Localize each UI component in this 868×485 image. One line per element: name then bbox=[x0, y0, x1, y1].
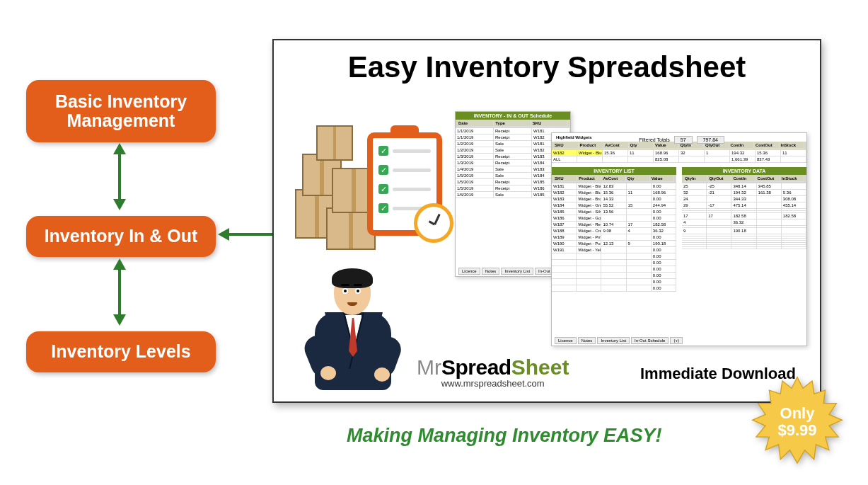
tagline: Making Managing Inventory EASY! bbox=[347, 425, 662, 447]
filtered-totals: Filtered Totals 57 797.84 bbox=[639, 136, 724, 144]
pill-inventory-levels[interactable]: Inventory Levels bbox=[26, 331, 216, 372]
mascot-icon bbox=[295, 267, 408, 394]
sheet-tab[interactable]: (+) bbox=[670, 337, 683, 344]
product-panel: Easy Inventory Spreadsheet ✓ ✓ ✓ ✓ INVEN… bbox=[272, 39, 821, 403]
inventory-data-title: INVENTORY DATA bbox=[682, 167, 806, 175]
sheet-tab[interactable]: Notes bbox=[482, 268, 500, 275]
arrow-vertical-1-icon bbox=[113, 143, 126, 210]
sheet-tab[interactable]: Notes bbox=[578, 337, 596, 344]
price-text: Only $9.99 bbox=[751, 375, 844, 469]
company-label: Highfield Widgets bbox=[556, 135, 592, 139]
brand-logo: MrSpreadSheet www.mrspreadsheet.com bbox=[417, 355, 569, 389]
sheet-tab[interactable]: Licence bbox=[555, 337, 577, 344]
arrow-vertical-2-icon bbox=[113, 258, 126, 326]
sheet-tab[interactable]: Inventory List bbox=[597, 337, 630, 344]
sheet-tab[interactable]: In-Out Schedule bbox=[631, 337, 669, 344]
panel-title: Easy Inventory Spreadsheet bbox=[274, 50, 820, 84]
pill-inventory-in-out[interactable]: Inventory In & Out bbox=[26, 216, 216, 257]
sheet-tab[interactable]: Inventory List bbox=[501, 268, 533, 275]
clock-icon bbox=[414, 203, 453, 243]
spreadsheet-preview-inventory: Highfield Widgets Filtered Totals 57 797… bbox=[551, 132, 807, 346]
schedule-title: INVENTORY - IN & OUT Schedule bbox=[456, 112, 570, 120]
inventory-list-title: INVENTORY LIST bbox=[552, 167, 676, 175]
inventory-illustration-icon: ✓ ✓ ✓ ✓ bbox=[292, 118, 449, 253]
sheet-tab[interactable]: Licence bbox=[458, 268, 480, 275]
brand-url: www.mrspreadsheet.com bbox=[417, 378, 569, 389]
pill-basic-inventory[interactable]: Basic Inventory Management bbox=[26, 80, 216, 142]
pill-label: Basic Inventory Management bbox=[28, 88, 214, 135]
pill-label: Inventory Levels bbox=[41, 338, 200, 366]
pill-label: Inventory In & Out bbox=[35, 222, 208, 251]
price-burst[interactable]: Only $9.99 bbox=[751, 375, 844, 469]
